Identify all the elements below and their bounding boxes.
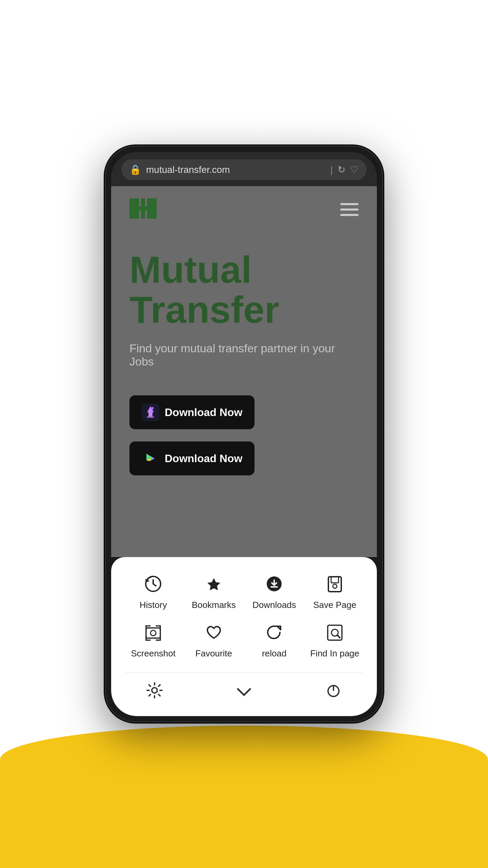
address-bar[interactable]: 🔒 mutual-transfer.com | ↻ ♡ xyxy=(121,159,367,180)
menu-item-favourite[interactable]: Favourite xyxy=(185,620,243,659)
browser-chrome: 🔒 mutual-transfer.com | ↻ ♡ xyxy=(111,152,377,186)
hero-subtitle: Find your mutual transfer partner in you… xyxy=(129,342,359,368)
app-store-download-button[interactable]: Download Now xyxy=(129,395,255,429)
save-page-icon xyxy=(323,572,347,596)
download-buttons: Download Now xyxy=(129,395,359,475)
screenshot-icon xyxy=(141,620,165,644)
bookmarks-icon xyxy=(202,572,226,596)
svg-point-8 xyxy=(151,407,154,410)
browser-body: Mutual Transfer Find your mutual transfe… xyxy=(111,186,377,716)
bottom-toolbar xyxy=(125,672,363,709)
chevron-down-icon[interactable] xyxy=(235,682,253,703)
svg-point-25 xyxy=(152,688,157,693)
svg-point-20 xyxy=(333,584,337,588)
reload-icon xyxy=(262,620,286,644)
find-in-page-icon xyxy=(323,620,347,644)
menu-item-reload[interactable]: reload xyxy=(246,620,303,659)
svg-marker-16 xyxy=(207,578,220,590)
save-page-label: Save Page xyxy=(313,600,356,610)
history-label: History xyxy=(140,600,167,610)
svg-rect-4 xyxy=(340,203,359,205)
menu-item-downloads[interactable]: Downloads xyxy=(246,572,303,610)
hamburger-icon[interactable] xyxy=(340,203,359,218)
phone-frame: 🔒 mutual-transfer.com | ↻ ♡ xyxy=(105,146,383,722)
lock-icon: 🔒 xyxy=(129,164,141,175)
menu-item-find-in-page[interactable]: Find In page xyxy=(306,620,364,659)
play-store-label: Download Now xyxy=(165,452,242,465)
site-nav xyxy=(129,198,359,223)
screenshot-label: Screenshot xyxy=(131,648,176,659)
svg-point-22 xyxy=(150,630,156,636)
phone-inner: 🔒 mutual-transfer.com | ↻ ♡ xyxy=(111,152,377,716)
url-text: mutual-transfer.com xyxy=(146,164,326,175)
history-icon xyxy=(141,572,165,596)
reload-label: reload xyxy=(262,648,286,659)
svg-rect-6 xyxy=(340,214,359,216)
heart-icon[interactable]: ♡ xyxy=(350,164,359,175)
site-logo xyxy=(129,198,157,223)
power-icon[interactable] xyxy=(324,681,343,704)
menu-item-save-page[interactable]: Save Page xyxy=(306,572,364,610)
menu-grid: History Bookmarks xyxy=(125,572,363,659)
downloads-icon xyxy=(262,572,286,596)
menu-item-bookmarks[interactable]: Bookmarks xyxy=(185,572,243,610)
favourite-icon xyxy=(202,620,226,644)
svg-rect-3 xyxy=(129,206,157,211)
bottom-panel: History Bookmarks xyxy=(111,557,377,716)
phone-screen: 🔒 mutual-transfer.com | ↻ ♡ xyxy=(111,152,377,716)
downloads-label: Downloads xyxy=(252,600,296,610)
svg-rect-5 xyxy=(340,209,359,211)
app-store-label: Download Now xyxy=(165,406,242,419)
divider-bar: | xyxy=(330,164,333,175)
menu-item-screenshot[interactable]: Screenshot xyxy=(125,620,182,659)
website-content: Mutual Transfer Find your mutual transfe… xyxy=(111,186,377,557)
bookmarks-label: Bookmarks xyxy=(192,600,236,610)
reload-icon[interactable]: ↻ xyxy=(338,164,345,175)
play-store-icon xyxy=(142,450,159,467)
menu-item-history[interactable]: History xyxy=(125,572,182,610)
hero-title: Mutual Transfer xyxy=(129,250,359,330)
svg-rect-21 xyxy=(146,628,160,638)
play-store-download-button[interactable]: Download Now xyxy=(129,441,255,475)
svg-rect-19 xyxy=(331,577,339,583)
app-store-icon xyxy=(142,403,159,421)
find-in-page-label: Find In page xyxy=(310,648,359,659)
settings-icon[interactable] xyxy=(145,681,164,704)
favourite-label: Favourite xyxy=(196,648,232,659)
background-wave xyxy=(0,726,488,868)
